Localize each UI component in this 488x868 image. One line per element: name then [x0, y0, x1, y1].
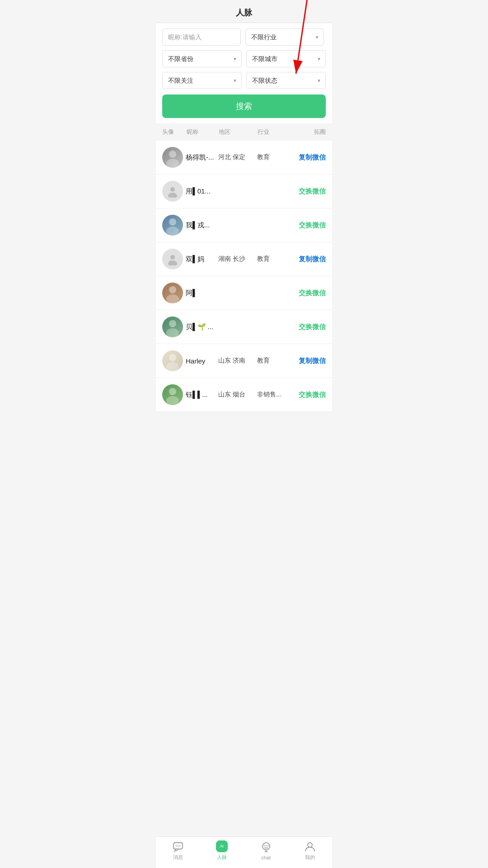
user-name: 钰▌▌... [183, 391, 218, 399]
svg-point-16 [169, 320, 176, 327]
svg-point-3 [169, 151, 176, 158]
action-button[interactable]: 交换微信 [290, 323, 326, 331]
avatar [162, 215, 183, 236]
user-name: 杨得凯-... [183, 153, 218, 162]
svg-point-32 [266, 845, 267, 846]
nav-item-profile[interactable]: 我的 [288, 840, 333, 861]
user-region: 山东 烟台 [218, 391, 257, 399]
nav-item-chat[interactable]: chat [244, 841, 288, 860]
action-button[interactable]: 交换微信 [290, 289, 326, 297]
filter-section: 不限行业 不限省份 不限城市 不限关注 [156, 23, 332, 123]
filter-row-1: 不限行业 [162, 28, 326, 46]
svg-point-13 [169, 286, 176, 293]
user-region: 山东 济南 [218, 357, 257, 365]
svg-point-19 [169, 354, 176, 361]
svg-point-11 [168, 260, 177, 265]
svg-point-33 [267, 845, 268, 846]
user-industry: 非销售... [257, 391, 290, 399]
svg-point-26 [178, 845, 178, 846]
col-header-region: 地区 [219, 128, 258, 136]
col-header-industry: 行业 [258, 128, 290, 136]
action-button[interactable]: 交换微信 [290, 221, 326, 230]
avatar [162, 249, 183, 269]
table-row: Harley 山东 济南 教育 复制微信 [156, 344, 332, 378]
svg-point-28 [221, 845, 222, 846]
avatar [162, 147, 183, 168]
action-button[interactable]: 交换微信 [290, 391, 326, 399]
avatar [162, 350, 183, 371]
follow-select-wrapper: 不限关注 [162, 72, 242, 89]
table-row: 我▌戎... 交换微信 [156, 208, 332, 242]
search-button[interactable]: 搜索 [162, 94, 326, 118]
table-header: 头像 昵称 地区 行业 拓圈 [156, 123, 332, 141]
nav-label-messages: 消息 [173, 854, 183, 861]
table-row: 用▌01... 交换微信 [156, 175, 332, 208]
table-row: 阿▌ 交换微信 [156, 276, 332, 310]
nickname-input[interactable] [162, 28, 241, 46]
user-name: 用▌01... [183, 187, 218, 196]
svg-point-36 [308, 843, 312, 847]
user-region: 河北 保定 [218, 153, 257, 161]
nav-item-contacts[interactable]: 人脉 [200, 840, 244, 861]
svg-point-22 [169, 388, 176, 395]
svg-point-4 [166, 159, 179, 168]
filter-row-2: 不限省份 不限城市 [162, 50, 326, 67]
col-header-name: 昵称 [187, 128, 219, 136]
action-button[interactable]: 复制微信 [290, 357, 326, 365]
user-name: Harley [183, 357, 218, 365]
city-select-wrapper: 不限城市 [246, 50, 326, 67]
follow-select[interactable]: 不限关注 [162, 72, 242, 89]
wechat-select[interactable]: 不限状态 [246, 72, 326, 89]
nav-label-chat: chat [261, 855, 271, 860]
action-button[interactable]: 复制微信 [290, 255, 326, 264]
svg-point-14 [166, 294, 179, 303]
nav-label-profile: 我的 [305, 854, 315, 861]
avatar [162, 316, 183, 337]
user-list: 杨得凯-... 河北 保定 教育 复制微信 用▌01... 交换微信 我▌戎..… [156, 141, 332, 412]
svg-point-6 [168, 193, 177, 198]
messages-icon [172, 840, 184, 852]
nav-label-contacts: 人脉 [217, 854, 227, 861]
svg-point-20 [166, 362, 179, 371]
avatar [162, 181, 183, 202]
contacts-icon [216, 840, 228, 852]
avatar [162, 283, 183, 303]
svg-point-9 [166, 226, 179, 236]
svg-point-10 [170, 255, 175, 259]
avatar [162, 384, 183, 405]
action-button[interactable]: 交换微信 [290, 187, 326, 196]
user-name: 双▌妈 [183, 255, 218, 264]
bottom-nav: 消息 人脉 chat [156, 836, 332, 868]
chat-icon [260, 841, 272, 853]
industry-select[interactable]: 不限行业 [245, 28, 324, 46]
svg-point-25 [176, 845, 177, 846]
user-region: 湖南 长沙 [218, 255, 257, 263]
col-header-avatar: 头像 [162, 128, 187, 136]
user-industry: 教育 [257, 357, 290, 365]
table-row: 双▌妈 湖南 长沙 教育 复制微信 [156, 242, 332, 276]
action-button[interactable]: 复制微信 [290, 153, 326, 162]
user-name: 阿▌ [183, 289, 218, 297]
profile-icon [304, 840, 316, 852]
col-header-action: 拓圈 [290, 128, 326, 136]
svg-point-17 [166, 328, 179, 337]
user-industry: 教育 [257, 255, 290, 263]
province-select-wrapper: 不限省份 [162, 50, 242, 67]
svg-point-8 [169, 218, 176, 226]
city-select[interactable]: 不限城市 [246, 50, 326, 67]
page-title: 人脉 [156, 0, 332, 23]
industry-select-wrapper: 不限行业 [245, 28, 324, 46]
user-name: 我▌戎... [183, 221, 218, 230]
svg-point-29 [222, 845, 223, 846]
svg-point-23 [166, 396, 179, 405]
user-industry: 教育 [257, 153, 290, 161]
table-row: 钰▌▌... 山东 烟台 非销售... 交换微信 [156, 378, 332, 412]
filter-row-3: 不限关注 不限状态 [162, 72, 326, 89]
province-select[interactable]: 不限省份 [162, 50, 242, 67]
table-row: 贝▌🌱 ... 交换微信 [156, 310, 332, 344]
svg-point-31 [264, 845, 265, 846]
nav-item-messages[interactable]: 消息 [156, 840, 200, 861]
wechat-select-wrapper: 不限状态 [246, 72, 326, 89]
svg-point-27 [179, 845, 180, 846]
user-name: 贝▌🌱 ... [183, 323, 218, 331]
